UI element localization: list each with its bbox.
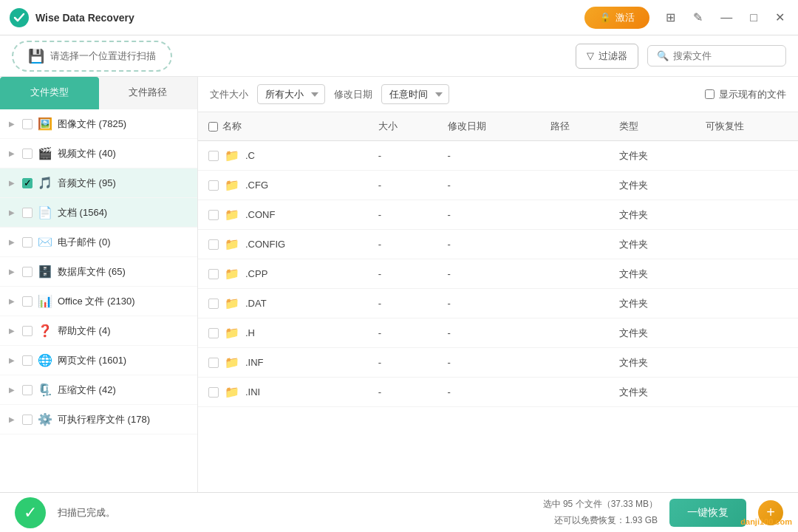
folder-icon: 📁 [225, 237, 239, 251]
file-date: - [437, 348, 540, 378]
display-existing-option: 显示现有的文件 [705, 88, 786, 101]
videos-label: 视频文件 (40) [58, 147, 188, 160]
checkbox-videos[interactable] [22, 149, 33, 159]
checkbox-email[interactable] [22, 237, 33, 248]
app-logo [9, 7, 30, 28]
images-label: 图像文件 (7825) [58, 117, 188, 131]
file-name: .CPP [245, 268, 267, 279]
activate-button[interactable]: 🔒 激活 [584, 7, 649, 29]
tab-file-path[interactable]: 文件路径 [99, 77, 198, 109]
size-filter-label: 文件大小 [210, 88, 248, 101]
date-filter-label: 修改日期 [334, 88, 372, 101]
file-name: .DAT [245, 298, 267, 309]
sidebar-item-database[interactable]: ▶ 🗄️ 数据库文件 (65) [0, 257, 197, 287]
display-existing-checkbox[interactable] [705, 89, 715, 99]
file-recoverable [695, 171, 798, 200]
checkbox-docs[interactable] [22, 208, 33, 218]
expand-icon: ▶ [9, 120, 18, 128]
monitor-icon-btn[interactable]: ⊞ [661, 9, 680, 27]
archive-label: 压缩文件 (42) [58, 383, 188, 397]
file-size: - [368, 348, 437, 378]
sidebar-item-images[interactable]: ▶ 🖼️ 图像文件 (7825) [0, 109, 197, 139]
sidebar-item-docs[interactable]: ▶ 📄 文档 (1564) [0, 198, 197, 228]
row-checkbox[interactable] [208, 239, 219, 250]
file-size: - [368, 171, 437, 200]
sidebar-item-archive[interactable]: ▶ 🗜️ 压缩文件 (42) [0, 375, 197, 405]
file-path [540, 200, 610, 230]
folder-icon: 📁 [225, 326, 239, 340]
folder-icon: 📁 [225, 296, 239, 310]
sidebar-item-email[interactable]: ▶ ✉️ 电子邮件 (0) [0, 228, 197, 257]
checkbox-executable[interactable] [22, 415, 33, 425]
search-input[interactable] [673, 50, 777, 61]
checkbox-help[interactable] [22, 326, 33, 336]
checkbox-audio[interactable]: ✓ [22, 178, 33, 188]
col-date: 修改日期 [437, 112, 540, 141]
table-row[interactable]: 📁 .C - - 文件夹 [198, 141, 798, 171]
file-recoverable [695, 318, 798, 348]
expand-icon: ▶ [9, 208, 18, 216]
row-checkbox[interactable] [208, 151, 219, 161]
docs-label: 文档 (1564) [58, 206, 188, 219]
folder-icon: 📁 [225, 208, 239, 222]
sidebar-item-videos[interactable]: ▶ 🎬 视频文件 (40) [0, 139, 197, 168]
web-label: 网页文件 (1601) [58, 354, 188, 367]
table-row[interactable]: 📁 .CPP - - 文件夹 [198, 259, 798, 289]
size-filter-select[interactable]: 所有大小 [257, 84, 325, 104]
sidebar-item-help[interactable]: ▶ ❓ 帮助文件 (4) [0, 316, 197, 346]
file-size: - [368, 200, 437, 230]
maximize-button[interactable]: □ [746, 9, 762, 27]
row-checkbox[interactable] [208, 269, 219, 279]
close-button[interactable]: ✕ [771, 9, 789, 27]
row-checkbox[interactable] [208, 358, 219, 368]
select-all-checkbox[interactable] [208, 122, 218, 132]
file-path [540, 141, 610, 171]
checkbox-office[interactable] [22, 296, 33, 307]
checkbox-archive[interactable] [22, 385, 33, 395]
table-row[interactable]: 📁 .CONFIG - - 文件夹 [198, 230, 798, 259]
table-row[interactable]: 📁 .INI - - 文件夹 [198, 378, 798, 407]
file-type: 文件夹 [609, 200, 695, 230]
row-checkbox[interactable] [208, 328, 219, 338]
sidebar-item-office[interactable]: ▶ 📊 Office 文件 (2130) [0, 287, 197, 316]
row-checkbox[interactable] [208, 210, 219, 220]
scan-location-label: 请选择一个位置进行扫描 [50, 50, 156, 63]
checkbox-web[interactable] [22, 355, 33, 366]
tab-file-type[interactable]: 文件类型 [0, 77, 99, 109]
file-recoverable [695, 259, 798, 289]
database-file-icon: 🗄️ [37, 265, 53, 279]
email-file-icon: ✉️ [37, 235, 53, 249]
scan-location-button[interactable]: 💾 请选择一个位置进行扫描 [12, 41, 172, 72]
row-checkbox[interactable] [208, 180, 219, 191]
email-label: 电子邮件 (0) [58, 236, 188, 249]
expand-icon: ▶ [9, 267, 18, 276]
table-row[interactable]: 📁 .DAT - - 文件夹 [198, 289, 798, 318]
table-row[interactable]: 📁 .H - - 文件夹 [198, 318, 798, 348]
minimize-button[interactable]: — [716, 9, 737, 27]
hdd-icon: 💾 [28, 48, 44, 64]
table-row[interactable]: 📁 .CONF - - 文件夹 [198, 200, 798, 230]
filter-button[interactable]: ▽ 过滤器 [576, 44, 638, 69]
checkbox-images[interactable] [22, 119, 33, 129]
row-checkbox[interactable] [208, 387, 219, 398]
video-file-icon: 🎬 [37, 146, 53, 160]
folder-icon: 📁 [225, 178, 239, 192]
checkbox-database[interactable] [22, 267, 33, 277]
search-box: 🔍 [647, 45, 786, 66]
sidebar: 文件类型 文件路径 ▶ 🖼️ 图像文件 (7825) ▶ 🎬 视频文件 (40)… [0, 77, 198, 492]
file-size: - [368, 378, 437, 407]
file-recoverable [695, 230, 798, 259]
edit-icon-btn[interactable]: ✎ [689, 9, 707, 27]
file-date: - [437, 141, 540, 171]
table-row[interactable]: 📁 .CFG - - 文件夹 [198, 171, 798, 200]
file-date: - [437, 171, 540, 200]
sidebar-item-audio[interactable]: ▶ ✓ 🎵 音频文件 (95) [0, 168, 197, 198]
file-type: 文件夹 [609, 141, 695, 171]
sidebar-item-web[interactable]: ▶ 🌐 网页文件 (1601) [0, 346, 197, 375]
sidebar-item-executable[interactable]: ▶ ⚙️ 可执行程序文件 (178) [0, 405, 197, 434]
date-filter-select[interactable]: 任意时间 [381, 84, 449, 104]
recover-button[interactable]: 一键恢复 [669, 499, 746, 527]
table-row[interactable]: 📁 .INF - - 文件夹 [198, 348, 798, 378]
help-file-icon: ❓ [37, 324, 53, 338]
row-checkbox[interactable] [208, 299, 219, 309]
